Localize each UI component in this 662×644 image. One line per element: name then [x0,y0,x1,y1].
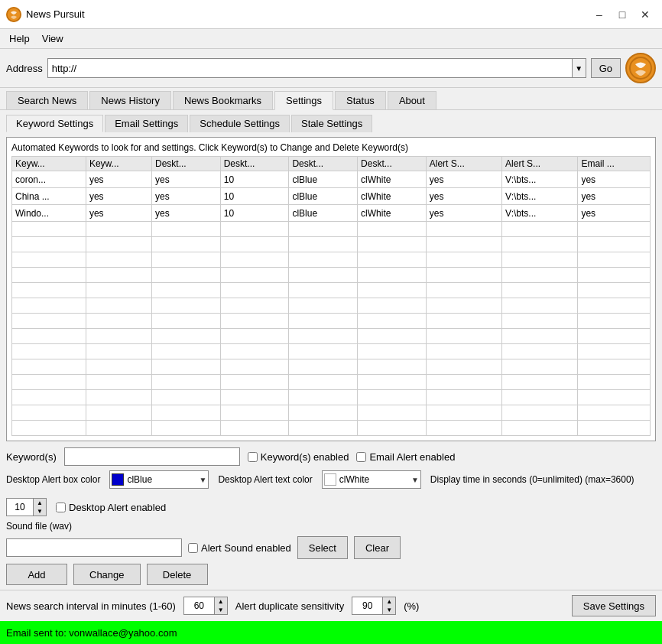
table-row[interactable] [12,283,651,298]
keywords-row: Keyword(s) Keyword(s) enabled Email Aler… [6,447,656,466]
keyword-input-section: Keyword(s) Keyword(s) enabled Email Aler… [6,447,656,585]
alert-dup-down[interactable]: ▼ [383,606,395,614]
table-cell: clBlue [289,171,358,188]
panel-description: Automated Keywords to look for and setti… [11,142,651,153]
search-interval-input[interactable] [184,597,215,614]
alert-dup-spinners: ▲ ▼ [383,597,395,614]
email-alert-enabled-checkbox[interactable] [356,452,366,462]
minimize-button[interactable]: – [589,4,610,25]
box-color-select-wrap[interactable]: clBlue ▼ [109,470,209,489]
col-header-alert1: Alert S... [426,157,501,171]
text-color-arrow: ▼ [411,476,419,484]
table-cell: V:\bts... [502,188,578,205]
col-header-desk1: Deskt... [152,157,221,171]
tab-search-news[interactable]: Search News [6,91,88,109]
go-button[interactable]: Go [591,58,621,78]
tab-news-history[interactable]: News History [89,91,171,109]
add-button[interactable]: Add [6,564,67,585]
search-interval-down[interactable]: ▼ [215,606,227,614]
table-cell: yes [578,171,651,188]
table-cell: clWhite [358,188,427,205]
display-time-up[interactable]: ▲ [34,499,46,507]
table-row[interactable]: coron...yesyes10clBlueclWhiteyesV:\bts..… [12,171,651,188]
table-cell: yes [426,205,501,222]
table-cell: China ... [12,188,86,205]
table-cell: yes [86,205,151,222]
search-interval-up[interactable]: ▲ [215,597,227,606]
display-time-spinners: ▲ ▼ [34,499,46,516]
table-cell: yes [152,188,221,205]
table-row[interactable] [12,298,651,314]
change-button[interactable]: Change [73,564,141,585]
table-cell: yes [86,188,151,205]
display-time-input[interactable] [7,499,34,516]
app-title: News Pursuit [26,8,589,20]
menu-help[interactable]: Help [3,31,36,47]
table-cell: V:\bts... [502,205,578,222]
alert-dup-input[interactable] [352,597,383,614]
subtab-email-settings[interactable]: Email Settings [105,115,188,132]
table-cell: V:\bts... [502,171,578,188]
table-row[interactable] [12,222,651,237]
select-sound-button[interactable]: Select [297,536,348,559]
subtab-stale-settings[interactable]: Stale Settings [291,115,372,132]
table-row[interactable] [12,359,651,375]
col-header-kw1: Keyw... [12,157,86,171]
sub-tabs: Keyword Settings Email Settings Schedule… [6,115,656,132]
col-header-alert2: Alert S... [502,157,578,171]
sound-file-input[interactable] [6,538,182,557]
clear-sound-button[interactable]: Clear [354,536,401,559]
keywords-enabled-checkbox[interactable] [248,452,258,462]
box-color-arrow: ▼ [200,476,207,484]
table-row[interactable] [12,375,651,390]
delete-button[interactable]: Delete [147,564,208,585]
subtab-keyword-settings[interactable]: Keyword Settings [6,115,103,132]
tab-news-bookmarks[interactable]: News Bookmarks [173,91,273,109]
table-row[interactable] [12,237,651,252]
table-row[interactable]: China ...yesyes10clBlueclWhiteyesV:\bts.… [12,188,651,205]
desktop-alert-enabled-checkbox[interactable] [56,503,66,512]
alert-dup-label: Alert duplicate sensitivity [235,600,344,612]
address-label: Address [6,63,43,74]
address-input[interactable] [47,58,573,78]
text-color-label: Desktop Alert text color [218,474,312,485]
tab-status[interactable]: Status [335,91,386,109]
table-row[interactable] [12,252,651,268]
close-button[interactable]: ✕ [634,4,656,25]
alert-dup-up[interactable]: ▲ [383,597,395,606]
alert-sound-enabled-label: Alert Sound enabled [188,542,291,554]
col-header-desk3: Deskt... [289,157,358,171]
table-row[interactable]: Windo...yesyes10clBlueclWhiteyesV:\bts..… [12,205,651,222]
menu-view[interactable]: View [36,31,70,47]
address-input-wrap: ▼ [47,58,586,78]
bottom-bar: News search interval in minutes (1-60) ▲… [0,590,662,621]
search-interval-wrap: ▲ ▼ [183,597,228,615]
table-row[interactable] [12,421,651,436]
sound-file-label: Sound file (wav) [6,521,72,532]
table-row[interactable] [12,405,651,421]
save-settings-button[interactable]: Save Settings [572,595,656,616]
table-row[interactable] [12,314,651,329]
main-tabs: Search News News History News Bookmarks … [0,88,662,110]
display-time-down[interactable]: ▼ [34,507,46,516]
maximize-button[interactable]: □ [612,4,633,25]
table-cell: clWhite [358,171,427,188]
box-color-value: clBlue [127,474,196,485]
table-row[interactable] [12,329,651,344]
col-header-kw2: Keyw... [86,157,151,171]
col-header-desk2: Deskt... [220,157,289,171]
tab-settings[interactable]: Settings [274,91,333,110]
table-cell: 10 [220,188,289,205]
tab-about[interactable]: About [388,91,436,109]
text-color-select-wrap[interactable]: clWhite ▼ [322,470,421,489]
alert-sound-enabled-checkbox[interactable] [188,543,198,553]
table-row[interactable] [12,268,651,283]
address-dropdown-arrow[interactable]: ▼ [573,58,586,78]
subtab-schedule-settings[interactable]: Schedule Settings [190,115,290,132]
table-row[interactable] [12,390,651,405]
text-color-swatch [324,473,336,486]
search-interval-label: News search interval in minutes (1-60) [6,600,176,612]
table-row[interactable] [12,344,651,359]
keywords-input[interactable] [64,447,240,466]
table-cell: clBlue [289,205,358,222]
